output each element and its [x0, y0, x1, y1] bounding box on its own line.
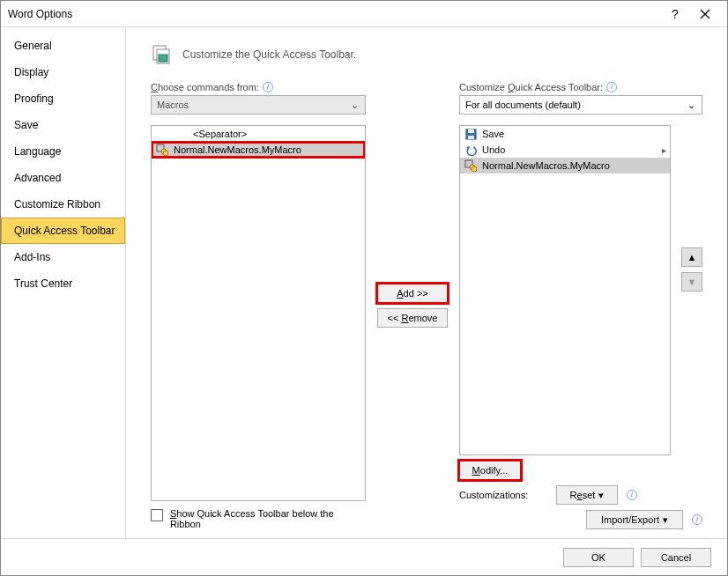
customize-qat-combo[interactable]: For all documents (default) ⌄	[459, 95, 702, 114]
info-icon[interactable]: i	[627, 490, 637, 500]
svg-rect-8	[468, 136, 474, 139]
sidebar-item-proofing[interactable]: Proofing	[1, 85, 125, 112]
add-button[interactable]: Add >>	[377, 284, 448, 303]
chevron-down-icon: ⌄	[684, 100, 698, 111]
qat-heading-icon	[151, 43, 174, 66]
list-item-macro[interactable]: Normal.NewMacros.MyMacro	[152, 142, 365, 158]
info-icon[interactable]: i	[606, 82, 617, 92]
word-options-dialog: Word Options ? General Display Proofing …	[0, 0, 728, 576]
sidebar-item-customize-ribbon[interactable]: Customize Ribbon	[1, 191, 125, 218]
transfer-buttons: Add >> << Remove	[375, 82, 450, 529]
info-icon[interactable]: i	[263, 82, 273, 92]
qat-item-undo[interactable]: Undo ▸	[460, 142, 670, 158]
save-icon	[464, 129, 478, 140]
dialog-footer: OK Cancel	[1, 538, 727, 575]
reset-dropdown[interactable]: Reset ▾	[556, 485, 618, 505]
macro-icon	[464, 159, 478, 172]
qat-item-macro[interactable]: Normal.NewMacros.MyMacro	[460, 158, 670, 174]
chevron-down-icon: ⌄	[347, 100, 361, 111]
panel-heading: Customize the Quick Access Toolbar.	[151, 43, 702, 66]
ok-button[interactable]: OK	[563, 548, 634, 567]
sidebar-item-add-ins[interactable]: Add-Ins	[1, 244, 125, 270]
sidebar-item-display[interactable]: Display	[1, 59, 125, 85]
window-title: Word Options	[8, 8, 660, 20]
commands-column: Choose commands from: i Macros ⌄ <Separa…	[151, 82, 366, 529]
svg-rect-7	[468, 129, 474, 133]
sidebar-item-save[interactable]: Save	[1, 112, 125, 138]
commands-listbox[interactable]: <Separator> Normal.NewMacros.MyMacro	[151, 125, 366, 501]
category-sidebar: General Display Proofing Save Language A…	[1, 27, 126, 538]
customize-qat-label: Customize Quick Access Toolbar: i	[459, 82, 702, 92]
svg-point-11	[472, 166, 477, 172]
undo-icon	[464, 144, 478, 156]
macro-icon	[155, 144, 169, 156]
chevron-down-icon: ▾	[663, 514, 668, 526]
info-icon[interactable]: i	[692, 514, 702, 525]
sidebar-item-trust-center[interactable]: Trust Center	[1, 270, 125, 297]
sidebar-item-language[interactable]: Language	[1, 138, 125, 165]
qat-column: Customize Quick Access Toolbar: i For al…	[459, 82, 702, 529]
sidebar-item-general[interactable]: General	[1, 33, 125, 59]
show-below-ribbon-checkbox[interactable]	[151, 509, 163, 521]
move-down-button[interactable]: ▼	[681, 272, 702, 292]
qat-listbox[interactable]: Save Undo ▸	[459, 125, 671, 455]
qat-item-save[interactable]: Save	[460, 126, 670, 142]
close-button[interactable]	[690, 2, 720, 26]
reorder-buttons: ▲ ▼	[681, 247, 702, 292]
import-export-dropdown[interactable]: Import/Export ▾	[586, 510, 683, 529]
remove-button[interactable]: << Remove	[377, 308, 448, 328]
cancel-button[interactable]: Cancel	[641, 548, 711, 567]
customizations-label: Customizations:	[459, 490, 547, 500]
choose-commands-combo[interactable]: Macros ⌄	[151, 95, 366, 114]
expand-arrow-icon: ▸	[662, 145, 666, 155]
help-button[interactable]: ?	[660, 2, 690, 26]
sidebar-item-advanced[interactable]: Advanced	[1, 165, 125, 191]
chevron-down-icon: ▾	[598, 490, 604, 501]
close-icon	[700, 9, 710, 19]
show-below-ribbon-label: Show Quick Access Toolbar below the Ribb…	[170, 508, 366, 529]
customizations-row: Customizations: Reset ▾ i	[459, 485, 702, 505]
sidebar-item-quick-access-toolbar[interactable]: Quick Access Toolbar	[1, 218, 125, 244]
list-item-separator[interactable]: <Separator>	[152, 126, 365, 142]
panel-heading-text: Customize the Quick Access Toolbar.	[182, 48, 356, 61]
dialog-content: General Display Proofing Save Language A…	[1, 27, 727, 538]
move-up-button[interactable]: ▲	[681, 247, 702, 267]
modify-button[interactable]: Modify...	[459, 461, 521, 480]
show-below-ribbon-row: Show Quick Access Toolbar below the Ribb…	[151, 508, 366, 529]
svg-rect-2	[159, 55, 167, 62]
svg-point-5	[163, 151, 168, 156]
main-panel: Customize the Quick Access Toolbar. Choo…	[126, 27, 727, 538]
choose-commands-label: Choose commands from: i	[151, 82, 366, 92]
titlebar: Word Options ?	[1, 1, 727, 27]
columns: Choose commands from: i Macros ⌄ <Separa…	[151, 82, 702, 529]
